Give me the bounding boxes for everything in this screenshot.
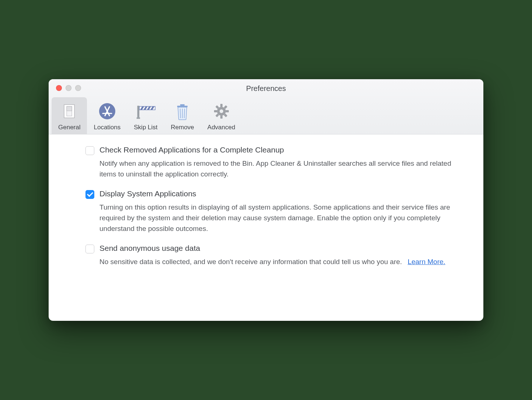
window-title: Preferences (49, 84, 483, 97)
option-title: Display System Applications (99, 189, 461, 198)
learn-more-link[interactable]: Learn More. (407, 258, 445, 266)
traffic-lights (56, 85, 81, 91)
minimize-window-button[interactable] (66, 85, 71, 91)
checkbox-send-usage[interactable] (85, 245, 94, 253)
tab-advanced[interactable]: Advanced (201, 97, 242, 134)
option-desc: No sensitive data is collected, and we d… (99, 256, 461, 267)
svg-rect-20 (226, 110, 229, 112)
tab-remove[interactable]: Remove (164, 97, 201, 134)
checkbox-check-removed[interactable] (85, 146, 94, 155)
option-display-system: Display System Applications Turning on t… (85, 189, 461, 234)
option-check-removed: Check Removed Applications for a Complet… (85, 145, 461, 180)
svg-line-13 (180, 109, 181, 118)
option-desc-text: No sensitive data is collected, and we d… (99, 258, 402, 266)
checkbox-display-system[interactable] (85, 190, 94, 199)
preferences-window: Preferences General (49, 79, 483, 321)
svg-point-25 (220, 109, 223, 113)
option-title: Check Removed Applications for a Complet… (99, 145, 461, 154)
svg-line-15 (184, 109, 185, 118)
tab-general[interactable]: General (52, 97, 87, 134)
tab-label: Skip List (134, 124, 157, 131)
tab-label: General (58, 124, 80, 131)
svg-rect-18 (220, 116, 223, 119)
tab-skip-list[interactable]: Skip List (127, 97, 164, 134)
svg-rect-5 (137, 117, 140, 119)
svg-rect-19 (214, 110, 217, 112)
toolbar: General Locations (49, 97, 483, 134)
switch-icon (59, 101, 80, 122)
titlebar: Preferences General (49, 79, 483, 134)
svg-rect-2 (67, 106, 72, 111)
option-desc: Notify when any application is removed t… (99, 158, 461, 180)
option-desc: Turning on this option results in displa… (99, 202, 461, 234)
tab-label: Advanced (207, 124, 235, 131)
appstore-icon (97, 101, 118, 122)
zoom-window-button[interactable] (75, 85, 81, 91)
svg-rect-17 (220, 104, 223, 107)
option-title: Send anonymous usage data (99, 244, 461, 253)
gear-icon (211, 101, 232, 122)
tab-label: Remove (171, 124, 194, 131)
svg-rect-4 (137, 106, 140, 117)
close-window-button[interactable] (56, 85, 62, 91)
tab-locations[interactable]: Locations (87, 97, 127, 134)
content-pane: Check Removed Applications for a Complet… (49, 134, 483, 321)
tab-label: Locations (94, 124, 120, 131)
trash-icon (172, 101, 193, 122)
svg-rect-12 (180, 104, 185, 106)
option-send-usage: Send anonymous usage data No sensitive d… (85, 244, 461, 267)
barrier-icon (135, 101, 156, 122)
